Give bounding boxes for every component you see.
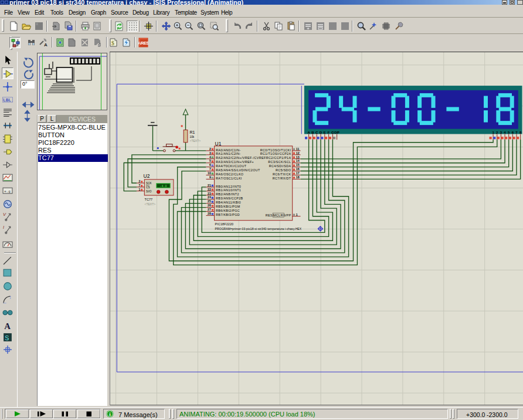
svg-text:22: 22 <box>208 188 211 191</box>
svg-text:RC5/SDO: RC5/SDO <box>276 168 291 172</box>
svg-text:G: G <box>331 130 334 134</box>
svg-text:3: 3 <box>500 130 502 134</box>
svg-text:15: 15 <box>296 163 300 167</box>
svg-text:U2: U2 <box>144 173 150 179</box>
svg-text:$: $ <box>111 40 114 46</box>
svg-text:7: 7 <box>209 167 211 171</box>
svg-text:C: C <box>315 130 318 134</box>
svg-text:U1: U1 <box>215 141 222 147</box>
svg-text:RB7/KBI3/PGD: RB7/KBI3/PGD <box>216 213 240 216</box>
svg-text:V: V <box>3 212 6 217</box>
svg-text:A: A <box>307 130 310 134</box>
svg-text:8: 8 <box>519 130 522 134</box>
svg-text:27: 27 <box>208 208 211 211</box>
svg-text:9: 9 <box>209 175 211 179</box>
svg-text:12: 12 <box>296 151 300 155</box>
svg-text:RA4/T0CKI/C1OUT: RA4/T0CKI/C1OUT <box>216 164 247 168</box>
svg-text:1: 1 <box>296 213 298 216</box>
svg-text:RA1/AN1/C2IN-: RA1/AN1/C2IN- <box>216 152 241 155</box>
svg-text:RB2/AN8/INT2: RB2/AN8/INT2 <box>216 192 239 196</box>
svg-text:13: 13 <box>296 155 300 159</box>
svg-text:RC4/SDI/SDA: RC4/SDI/SDA <box>269 164 291 168</box>
svg-text:RA3/AN3/C1IN+/VREF+: RA3/AN3/C1IN+/VREF+ <box>216 160 254 164</box>
svg-text:23: 23 <box>208 192 211 195</box>
svg-text:RA2/AN2/C2IN+/VREF-/CVREF: RA2/AN2/C2IN+/VREF-/CVREF <box>216 156 266 160</box>
svg-text:11: 11 <box>296 147 300 151</box>
svg-text:TC77: TC77 <box>145 198 153 201</box>
svg-text:RC7/RX/DT: RC7/RX/DT <box>273 177 291 180</box>
svg-text:RB6/KBI2/PGC: RB6/KBI2/PGC <box>216 209 240 212</box>
svg-text:ARES: ARES <box>138 40 148 46</box>
svg-text:RA7/OSC1/CLKI: RA7/OSC1/CLKI <box>216 177 242 180</box>
svg-text:28: 28 <box>208 212 211 215</box>
svg-text:D: D <box>320 130 322 134</box>
svg-text:RC6/TX/CK: RC6/TX/CK <box>273 172 291 176</box>
svg-text:1: 1 <box>139 188 141 191</box>
svg-text:CS: CS <box>146 186 150 189</box>
svg-text:R1: R1 <box>190 130 195 134</box>
svg-text:14: 14 <box>296 159 300 162</box>
svg-text:RC1/T1OSI/CCP2A: RC1/T1OSI/CCP2A <box>260 152 291 155</box>
svg-text:PROGRAM=primer-03-pic18-si-str: PROGRAM=primer-03-pic18-si-str340-temper… <box>215 227 302 231</box>
svg-text:16: 16 <box>296 167 300 171</box>
svg-text:<TEXT>: <TEXT> <box>145 202 156 206</box>
svg-text:21: 21 <box>208 184 211 187</box>
svg-text:SCK: SCK <box>146 182 152 185</box>
svg-text:RC2/CCP1/P1A: RC2/CCP1/P1A <box>266 156 291 160</box>
svg-text:RE3/MCLR/VPP: RE3/MCLR/VPP <box>266 214 291 217</box>
svg-text:RA5/AN4/SS/LVDIN/C2OUT: RA5/AN4/SS/LVDIN/C2OUT <box>216 168 260 172</box>
svg-text:RA6/OSC2/CLKO: RA6/OSC2/CLKO <box>216 172 243 176</box>
svg-text:RB1/AN10/INT1: RB1/AN10/INT1 <box>216 188 241 192</box>
svg-text:17: 17 <box>296 171 300 175</box>
svg-text:2: 2 <box>209 147 211 151</box>
svg-text:RA0/AN0/C1IN-: RA0/AN0/C1IN- <box>216 148 241 152</box>
svg-text:18: 18 <box>296 175 300 179</box>
svg-text:RB0/AN12/INT0: RB0/AN12/INT0 <box>216 185 241 188</box>
svg-text:25: 25 <box>208 199 211 203</box>
svg-text:6: 6 <box>209 163 211 167</box>
svg-text:3: 3 <box>209 151 211 155</box>
svg-text:A: A <box>44 42 47 48</box>
svg-text:5: 5 <box>209 159 211 162</box>
svg-text:RB3/AN9/CCP2B: RB3/AN9/CCP2B <box>216 197 243 200</box>
svg-text:A: A <box>4 321 11 331</box>
svg-text:RC3/SCK/SCL: RC3/SCK/SCL <box>268 160 291 164</box>
svg-text:RB5/KBI1/PGM: RB5/KBI1/PGM <box>216 205 240 208</box>
svg-text:10k: 10k <box>190 136 195 138</box>
svg-text:5: 5 <box>508 130 510 134</box>
svg-text:2: 2 <box>139 179 141 183</box>
svg-text:B: B <box>311 130 314 134</box>
svg-text:I: I <box>3 225 4 230</box>
svg-text:26: 26 <box>208 204 211 207</box>
svg-text:RB4/AN11/KBI0: RB4/AN11/KBI0 <box>216 201 241 204</box>
svg-text:7: 7 <box>139 184 141 187</box>
svg-text:RC0/T1OSO/T1CKI: RC0/T1OSO/T1CKI <box>260 148 291 152</box>
svg-text:24: 24 <box>208 195 211 199</box>
svg-text:S: S <box>5 334 9 341</box>
svg-text:F: F <box>328 130 330 134</box>
svg-text:10: 10 <box>208 171 211 175</box>
svg-text:LBL: LBL <box>4 98 11 102</box>
svg-text:DP: DP <box>334 130 339 134</box>
svg-text:PIC18F2220: PIC18F2220 <box>215 222 234 226</box>
svg-text:<TEXT>: <TEXT> <box>190 139 201 143</box>
svg-text:SI/O: SI/O <box>146 190 152 193</box>
svg-text:-4.0: -4.0 <box>159 185 167 188</box>
svg-text:4: 4 <box>209 155 211 159</box>
svg-text:E: E <box>324 130 326 134</box>
svg-text:e.g: e.g <box>4 189 10 194</box>
